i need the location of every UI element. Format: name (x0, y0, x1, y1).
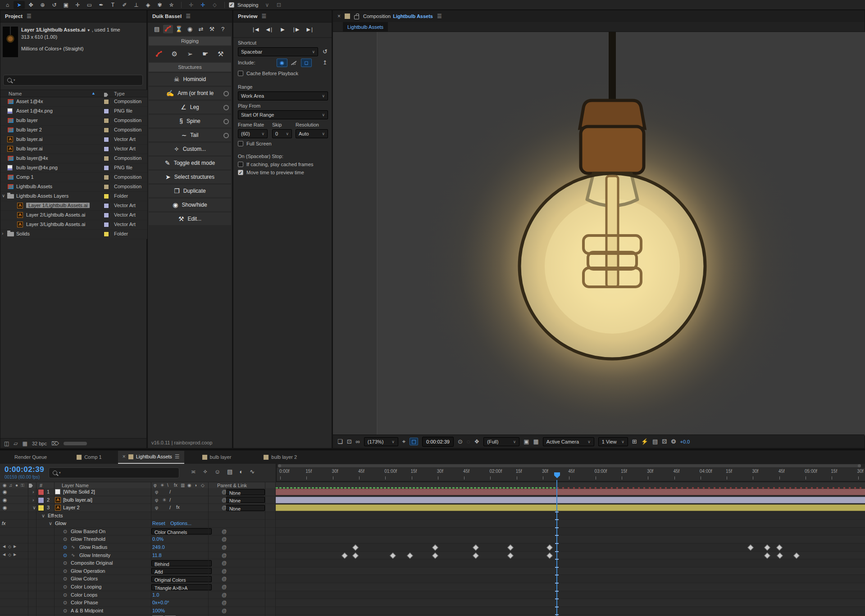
effects-group-label[interactable]: Effects (48, 513, 63, 518)
item-name[interactable]: bulb layer (16, 118, 38, 123)
label-color-chip[interactable] (104, 146, 109, 152)
item-name[interactable]: bulb layer 2 (16, 127, 42, 132)
video-column-icon[interactable]: ◉ (3, 483, 7, 488)
footage-name[interactable]: Layer 1/Lightbulb Assets.ai (21, 27, 86, 32)
import-export-icon[interactable]: ⇄ (196, 26, 206, 32)
tools-icon[interactable]: ⚒ (216, 50, 226, 58)
property-name[interactable]: A & B Midpoint (71, 608, 103, 613)
property-select[interactable]: Original Colors∨ (151, 576, 212, 582)
brush-tool-icon[interactable]: ✐ (119, 1, 130, 9)
timeline-tab-render-queue[interactable]: Render Queue (10, 451, 51, 464)
hominoid-button[interactable]: ☠Hominoid (149, 73, 231, 86)
hand-tool-icon[interactable]: ✥ (25, 1, 36, 9)
stopwatch-icon[interactable]: ⊙ (63, 568, 67, 574)
shape-tool-icon[interactable]: ▭ (84, 1, 95, 9)
project-item-row[interactable]: Asset 1@4x.pngPNG file (0, 107, 147, 116)
property-value[interactable]: 249.0 (152, 544, 165, 550)
close-icon[interactable]: × (337, 13, 341, 19)
parent-link-select[interactable]: None∨ (226, 505, 265, 511)
unlock-icon[interactable] (354, 15, 359, 19)
property-pickwhip-icon[interactable]: @ (222, 560, 227, 566)
layer-duration-bar[interactable] (276, 504, 865, 511)
project-item-row[interactable]: bulb layer@4xComposition (0, 154, 147, 163)
stopwatch-icon[interactable]: ⊙ (63, 608, 67, 614)
layer-expander[interactable]: › (32, 497, 34, 503)
eraser-tool-icon[interactable]: ◈ (142, 1, 154, 9)
parent-link-select[interactable]: None∨ (226, 497, 265, 503)
controllers-icon[interactable]: ☛ (200, 50, 210, 58)
stopwatch-icon[interactable]: ⊙ (63, 600, 67, 606)
project-item-row[interactable]: bulb layer@4x.pngPNG file (0, 163, 147, 173)
property-value[interactable]: 100% (152, 608, 165, 613)
structures-mode-icon[interactable] (154, 50, 164, 59)
show-snapshot-icon[interactable]: ◌ (467, 438, 470, 445)
duplicate-button[interactable]: ❐Duplicate (149, 185, 231, 197)
label-color-chip[interactable] (104, 213, 109, 218)
property-name[interactable]: Glow Threshold (71, 536, 105, 542)
project-item-row[interactable]: ALayer 1/Lightbulb Assets.aiVector Art (0, 201, 147, 211)
project-item-row[interactable]: Abulb layer.aiVector Art (0, 145, 147, 154)
timeline-tab-comp-1[interactable]: Comp 1 (72, 451, 106, 464)
maximize-frame-icon[interactable]: ⊡ (273, 1, 285, 9)
view-axis-mode-icon[interactable]: ⬦ (209, 1, 220, 9)
pan-behind-tool-icon[interactable]: ✛ (72, 1, 83, 9)
stopwatch-icon[interactable]: ⊙ (63, 584, 67, 590)
item-name[interactable]: bulb layer@4x (16, 155, 48, 161)
layer-expander[interactable]: ∨ (32, 505, 36, 511)
time-ruler[interactable]: 0:00f15f30f45f01:00f15f30f45f02:00f15f30… (276, 464, 865, 482)
magnification-select[interactable]: (173%)∨ (364, 437, 398, 446)
snap-options-chevron[interactable]: ∨ (262, 1, 273, 9)
label-color-chip[interactable] (104, 99, 109, 104)
first-frame-button[interactable]: ❘◀ (251, 27, 259, 32)
panel-menu-icon[interactable]: ☰ (437, 13, 442, 19)
solo-column-icon[interactable]: ● (15, 483, 18, 488)
property-pickwhip-icon[interactable]: @ (222, 529, 227, 534)
layer-visibility-toggle[interactable]: ◉ (3, 489, 7, 495)
cache-before-playback-checkbox[interactable] (238, 71, 243, 76)
clone-stamp-tool-icon[interactable]: ⊥ (131, 1, 142, 9)
column-name[interactable]: Name (9, 91, 22, 96)
add-keyframe-button[interactable]: ◇ (8, 544, 11, 549)
frame-rate-select[interactable]: (60) ∨ (238, 129, 268, 138)
previous-keyframe-button[interactable]: ◀ (3, 544, 5, 548)
layer-duration-bar[interactable] (276, 497, 865, 503)
type-tool-icon[interactable]: T (107, 1, 118, 9)
property-name[interactable]: Composite Original (71, 560, 113, 566)
project-search-input[interactable]: ▾ (3, 75, 143, 86)
interpret-footage-icon[interactable]: ◫ (4, 440, 9, 447)
item-name[interactable]: bulb layer.ai (16, 136, 43, 142)
quality-toggle[interactable]: / (169, 489, 171, 494)
quality-toggle[interactable]: / (169, 497, 171, 503)
label-color-chip[interactable] (104, 165, 109, 171)
view-layout-select[interactable]: 1 View∨ (598, 437, 628, 446)
roto-brush-tool-icon[interactable]: ✾ (154, 1, 165, 9)
property-value[interactable]: 0.0% (152, 536, 164, 542)
automation-icon[interactable]: ➢ (185, 50, 195, 58)
roi-icon[interactable]: ▣ (524, 438, 529, 445)
motion-blur-icon[interactable]: ◐ (239, 468, 243, 475)
stopwatch-icon[interactable]: ⊙ (63, 536, 67, 542)
leg-structure-button[interactable]: ∠Leg (149, 101, 231, 113)
skip-select[interactable]: 0 ∨ (272, 129, 292, 138)
layer-expander[interactable]: › (32, 489, 34, 494)
option-circle-icon[interactable] (223, 133, 229, 138)
column-type[interactable]: Type (114, 91, 125, 96)
safe-zones-icon[interactable]: ⌖ (402, 438, 405, 445)
glow-expander[interactable]: ∨ (49, 521, 52, 526)
current-time-field[interactable]: 0:00:02:39 (422, 437, 454, 447)
stopwatch-icon[interactable]: ⊙ (63, 592, 67, 598)
option-circle-icon[interactable] (223, 105, 229, 110)
property-pickwhip-icon[interactable]: @ (222, 608, 227, 613)
transparency-grid-icon[interactable]: ▦ (533, 438, 539, 445)
track-camera-tool-icon[interactable]: ▣ (60, 1, 72, 9)
property-name[interactable]: Color Loops (71, 592, 97, 598)
property-name[interactable]: Glow Operation (71, 568, 105, 574)
move-time-checkbox[interactable]: ✓ (238, 170, 243, 175)
new-folder-icon[interactable]: ▱ (14, 440, 18, 447)
item-name[interactable]: Lightbulb Assets Layers (16, 193, 68, 199)
stopwatch-icon[interactable]: ⊙ (63, 544, 67, 550)
spine-structure-button[interactable]: §Spine (149, 115, 231, 127)
property-select[interactable]: Behind∨ (151, 560, 212, 566)
property-name[interactable]: Glow Radius (79, 544, 107, 550)
primary-viewer-icon[interactable]: ⊡ (347, 438, 352, 445)
